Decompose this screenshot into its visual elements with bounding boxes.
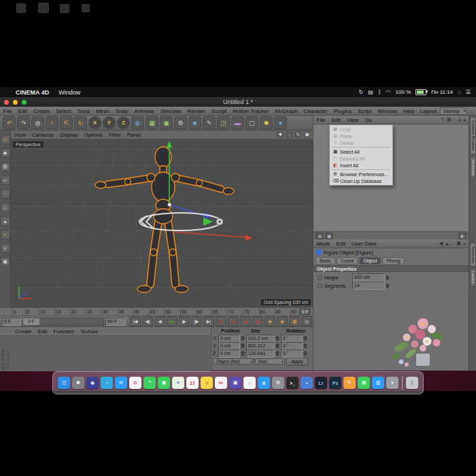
dock-cinema4d[interactable]: ◓ [301,377,313,389]
coordinate-system-icon[interactable]: ◍ [131,116,144,129]
lock-workplane-icon[interactable]: ▣ [1,257,10,267]
size-stepper[interactable] [275,343,279,348]
app-menu-help[interactable]: Help [400,108,417,114]
solo-animation-button[interactable]: ◎ [301,316,312,326]
model-mode-icon[interactable]: ◆ [1,148,10,158]
bluetooth-icon[interactable]: ᛒ [378,89,381,95]
dock-itunes[interactable]: ♪ [243,377,256,389]
viewport-menu-display[interactable]: Display [57,132,81,138]
browser-menu-view[interactable]: View [344,117,362,123]
segments-stepper[interactable] [386,284,390,288]
keyframe-selection-button[interactable]: ◆ [265,316,275,326]
height-stepper[interactable] [386,275,390,280]
side-tab-layers[interactable]: Layers [470,268,476,287]
dock-app-store[interactable]: A [258,377,270,389]
next-key-button[interactable]: |▶ [191,316,202,326]
dock-downloads[interactable]: ▾ [386,377,398,389]
coord-mode-select[interactable]: Object (Rel) [213,358,254,364]
material-list-area[interactable] [0,336,211,371]
app-menu-mesh[interactable]: Mesh [93,108,113,114]
app-menu-sculpt[interactable]: Sculpt [209,108,230,114]
rotation-z-field[interactable]: 0 ° [281,350,303,358]
side-tab-structure[interactable]: Structure [470,156,476,179]
app-menu-motion-tracker[interactable]: Motion Tracker [230,108,272,114]
spline-pen-icon[interactable]: ✎ [203,116,216,129]
record-parameter-button[interactable]: ◉ [252,316,263,326]
notification-center-icon[interactable]: ☰ [466,89,471,95]
dock-maps[interactable]: ⌖ [172,377,184,389]
polygons-mode-icon[interactable]: ▲ [1,216,10,226]
current-frame-field[interactable]: 0 F [2,318,21,326]
browser-menu-go[interactable]: Go [362,117,375,123]
x-axis-button[interactable]: X [88,116,101,129]
attribute-menu-user-data[interactable]: User Data [349,241,379,247]
render-view-icon[interactable]: ▦ [146,116,158,129]
browser-edit-icon[interactable]: ✎ [441,117,445,122]
app-menu-window[interactable]: Window [375,108,400,114]
rotation-stepper[interactable] [303,336,307,341]
viewport-3d[interactable]: Perspective Grid Spacing 100 cm [11,139,313,307]
keyframe-dot-icon[interactable] [318,275,322,280]
texture-mode-icon[interactable]: ▨ [1,162,10,171]
app-menu-snap[interactable]: Snap [112,108,131,114]
browser-menu-edit[interactable]: Edit [328,117,344,123]
attribute-menu-mode[interactable]: Mode [313,241,333,247]
app-menu-select[interactable]: Select [53,108,74,114]
viewport-menu-filter[interactable]: Filter [105,132,124,138]
size-stepper[interactable] [275,336,279,341]
render-picture-viewer-icon[interactable]: ▣ [160,116,173,129]
rotate-icon[interactable]: ↻ [74,116,87,129]
height-field[interactable]: 600 cm [352,273,385,282]
dock-trash[interactable]: ▯ [406,377,418,389]
scale-icon[interactable]: ⇱ [60,116,73,129]
make-editable-icon[interactable]: ◇ [1,135,10,144]
edit-menu-item-clean-up-database[interactable]: ⌫Clean Up Database [330,177,392,184]
edit-menu-item-browser-preferences-[interactable]: ⚙Browser Preferences... [330,171,392,177]
record-position-button[interactable]: ◉ [240,316,251,326]
attr-search-icon[interactable]: ◌ [452,241,454,246]
end-frame-field[interactable]: 90 F [105,318,126,326]
material-menu-texture[interactable]: Texture [78,328,101,335]
enable-snap-icon[interactable]: ∪ [1,243,10,253]
size-stepper[interactable] [275,351,279,356]
dock-terminal[interactable]: >_ [286,377,299,389]
app-menu-character[interactable]: Character [301,108,330,114]
move-icon[interactable]: + [46,116,58,129]
element-up-icon[interactable]: ▲ [445,241,449,246]
spotlight-icon[interactable]: ◌ [458,89,461,95]
dock-pages[interactable]: ✎ [343,377,356,389]
display-icon[interactable]: ▤ [368,89,373,95]
browser-up-icon[interactable]: ▴ [463,117,466,122]
dolly-view-icon[interactable]: ↕ [286,131,293,138]
play-button[interactable]: ▶ [167,316,177,326]
rotation-stepper[interactable] [303,343,307,348]
dock-system-preferences[interactable]: ⚙ [272,377,284,389]
size-z-field[interactable]: 120.941 cm [246,350,275,358]
layout-select[interactable]: Startup [440,107,467,115]
prev-frame-button[interactable]: ◀ [154,316,165,326]
side-tab-content-browser[interactable]: Content Browser [470,117,476,154]
viewport-menu-panel[interactable]: Panel [124,132,143,138]
redo-icon[interactable]: ↷ [17,116,30,129]
app-menu-file[interactable]: File [0,108,15,114]
prev-key-button[interactable]: ◀| [142,316,153,326]
attr-lock-icon[interactable]: ▣ [456,241,461,246]
record-keyframe-button[interactable]: ● [216,316,226,326]
window-title-bar[interactable]: Untitled 1 * [0,97,476,107]
timeline-slider[interactable]: 0 F [22,318,104,326]
position-z-field[interactable]: 0 cm [218,350,240,358]
render-settings-icon[interactable]: ⚙ [174,116,187,129]
dock-photos[interactable]: ✿ [129,377,141,389]
timeline-slider-handle[interactable]: 0 F [23,318,39,325]
coord-size-select[interactable]: Size [255,358,285,364]
dock-notes[interactable]: ≡ [201,377,213,389]
ruler-frame-field[interactable]: 0 F [299,309,311,315]
timeline-ruler[interactable]: 051015202530354045505560657075808590 0 F [0,307,313,316]
edit-menu-item-select-all[interactable]: ▦Select All [330,148,392,155]
dock-mail[interactable]: ✉ [115,377,127,389]
z-axis-button[interactable]: Z [117,116,130,129]
viewport-menu-options[interactable]: Options [81,132,106,138]
add-cube-icon[interactable]: ■ [188,116,201,129]
attribute-tab-basic[interactable]: Basic [316,257,335,265]
edges-mode-icon[interactable]: △ [1,203,10,212]
